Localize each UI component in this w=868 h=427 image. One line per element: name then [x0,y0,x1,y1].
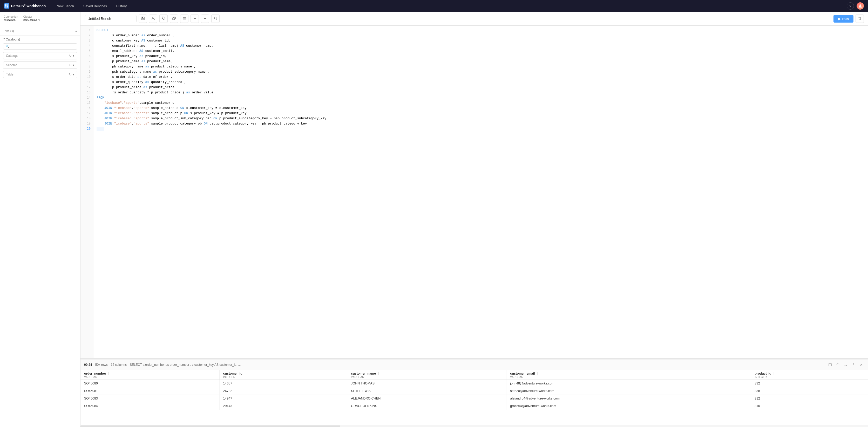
cell-order-number: SO45084 [81,402,219,410]
results-collapse-btn[interactable] [843,362,849,368]
line-num-2: 2 [81,33,93,38]
col-header-customer-email: customer_email| VARCHAR [506,370,751,380]
bench-name-input[interactable] [85,15,136,22]
results-table-body: SO45080 14657 JOHN THOMAS john48@adventu… [81,380,868,410]
sql-editor[interactable]: 1 2 3 4 5 6 7 8 9 10 11 12 13 14 15 16 1… [81,26,868,359]
cell-product-id: 310 [751,402,868,410]
zoom-in-button[interactable]: + [201,14,209,23]
line-num-15: 15 [81,100,93,106]
line-num-18: 18 [81,116,93,121]
connection-label: Connection [4,15,18,18]
plus-icon: + [204,17,206,21]
list-button[interactable] [180,14,188,23]
svg-rect-7 [142,19,144,20]
results-toolbar: 00:24 50k rows 12 columns SELECT s.order… [81,360,868,370]
col-header-customer-id: customer_id| INTEGER [219,370,347,380]
svg-point-8 [153,17,154,19]
run-label: Run [842,17,849,21]
nav-right-area: ? [847,2,864,10]
catalogs-dropdown[interactable]: Catalogs ↻ ▾ [3,52,77,59]
catalog-search-box[interactable]: 🔍 [3,43,77,50]
search-button[interactable] [211,14,220,23]
table-header-row: order_number| VARCHAR customer_id| INTEG… [81,370,868,380]
cell-customer-name: ALEJANDRO CHEN [347,395,506,402]
horizontal-scrollbar[interactable] [81,425,868,427]
nav-item-history[interactable]: History [113,3,130,10]
more-icon: ⋮ [851,363,855,367]
code-content[interactable]: SELECT s.order_number as order_number , … [93,26,868,358]
results-minimize-btn[interactable] [827,362,833,368]
cell-customer-id: 14657 [219,380,347,387]
results-expand-btn[interactable] [835,362,841,368]
tag-button[interactable] [159,14,168,23]
logo-icon [4,3,9,8]
line-num-5: 5 [81,48,93,54]
scrollbar-thumb[interactable] [81,425,340,427]
cell-customer-email: seth20@adventure-works.com [506,387,751,395]
user-avatar[interactable] [857,2,864,10]
table-row: SO45080 14657 JOHN THOMAS john48@adventu… [81,380,868,387]
collapse-icon[interactable]: ▴ [75,29,77,33]
svg-point-9 [163,18,163,18]
user-button[interactable] [149,14,157,23]
svg-rect-6 [142,17,143,18]
help-icon-btn[interactable]: ? [847,2,854,10]
table-row: SO45083 14947 ALEJANDRO CHEN alejandro4@… [81,395,868,402]
svg-rect-0 [5,4,6,6]
line-num-11: 11 [81,79,93,85]
line-num-9: 9 [81,69,93,74]
line-numbers: 1 2 3 4 5 6 7 8 9 10 11 12 13 14 15 16 1… [81,26,93,358]
schema-dropdown[interactable]: Schema ↻ ▾ [3,62,77,69]
table-chevron-icon[interactable]: ▾ [73,73,74,76]
col-header-order-number: order_number| VARCHAR [81,370,219,380]
search-toolbar-icon [214,17,217,21]
line-num-13: 13 [81,90,93,95]
schema-chevron-icon[interactable]: ▾ [73,63,74,67]
results-rows: 50k rows [95,363,108,367]
save-icon [141,17,145,21]
catalog-search-input[interactable] [11,45,75,48]
schema-refresh-icon[interactable]: ↻ [69,63,72,67]
svg-rect-2 [5,6,6,7]
search-icon: 🔍 [5,45,9,48]
table-dropdown[interactable]: Table ↻ ▾ [3,71,77,78]
content-area: − + ▶ Run [81,12,868,427]
results-more-btn[interactable]: ⋮ [850,362,857,368]
sidebar: Connection Minerva Cluster miniature ✎ T… [0,12,81,427]
copy-icon [173,17,176,21]
close-icon: ✕ [860,363,863,367]
logo-area: DataOS® workbench [4,3,46,8]
tag-icon [162,17,165,21]
app-name: DataOS® workbench [11,4,46,8]
svg-rect-3 [7,6,8,7]
cluster-edit-icon[interactable]: ✎ [38,19,40,22]
catalog-count: 7 Catalog(s) [3,38,77,41]
cell-customer-name: GRACE JENKINS [347,402,506,410]
copy-button[interactable] [170,14,178,23]
col-header-product-id: product_id| INTEGER [751,370,868,380]
cell-order-number: SO45083 [81,395,219,402]
cell-product-id: 312 [751,395,868,402]
line-num-16: 16 [81,106,93,111]
table-row: SO45081 26782 SETH LEWIS seth20@adventur… [81,387,868,395]
nav-item-new-bench[interactable]: New Bench [53,3,78,10]
delete-button[interactable] [856,14,864,23]
nav-item-saved-benches[interactable]: Saved Benches [80,3,111,10]
results-table-wrapper[interactable]: order_number| VARCHAR customer_id| INTEG… [81,370,868,425]
line-num-3: 3 [81,38,93,43]
results-close-btn[interactable]: ✕ [858,362,864,368]
zoom-out-button[interactable]: − [190,14,199,23]
line-num-7: 7 [81,59,93,64]
catalogs-refresh-icon[interactable]: ↻ [69,54,72,58]
main-layout: Connection Minerva Cluster miniature ✎ T… [0,12,868,427]
svg-rect-1 [7,4,8,6]
run-button[interactable]: ▶ Run [834,15,854,23]
catalogs-chevron-icon[interactable]: ▾ [73,54,74,58]
cell-product-id: 338 [751,387,868,395]
connection-value: Minerva [4,18,18,22]
save-button[interactable] [138,14,147,23]
cell-customer-id: 14947 [219,395,347,402]
line-num-19: 19 [81,121,93,126]
table-refresh-icon[interactable]: ↻ [69,73,72,76]
svg-rect-17 [829,363,831,366]
